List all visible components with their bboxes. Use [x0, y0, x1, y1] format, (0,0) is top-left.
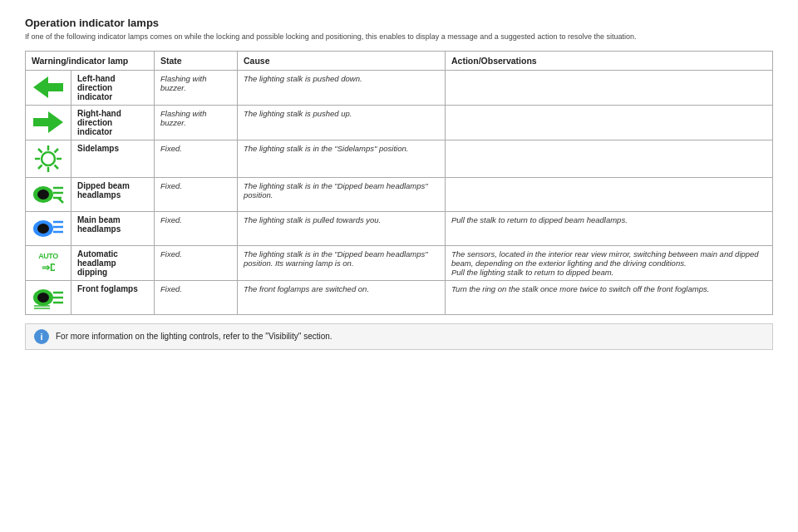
svg-line-7 [38, 149, 42, 153]
row-icon [26, 211, 71, 245]
page-subtitle: If one of the following indicator lamps … [25, 32, 773, 42]
indicator-table: Warning/indicator lamp State Cause Actio… [25, 51, 773, 315]
row-cause: The lighting stalk is in the "Dipped bea… [238, 245, 446, 280]
row-icon [26, 280, 71, 314]
row-cause: The lighting stalk is in the "Sidelamps"… [238, 140, 446, 177]
row-icon [26, 70, 71, 105]
table-row: SidelampsFixed.The lighting stalk is in … [26, 140, 773, 177]
svg-line-8 [55, 165, 59, 169]
table-row: Front foglampsFixed.The front foglamps a… [26, 280, 773, 314]
table-row: Dipped beam headlampsFixed.The lighting … [26, 177, 773, 211]
row-state: Fixed. [155, 177, 238, 211]
row-name: Sidelamps [71, 140, 155, 177]
svg-point-2 [42, 152, 55, 165]
footer-note: i For more information on the lighting c… [25, 323, 773, 350]
row-action: Turn the ring on the stalk once more twi… [446, 280, 773, 314]
svg-point-12 [37, 190, 49, 200]
row-cause: The lighting stalk is pushed down. [238, 70, 446, 105]
table-row: Left-hand direction indicatorFlashing wi… [26, 70, 773, 105]
row-cause: The lighting stalk is in the "Dipped bea… [238, 177, 446, 211]
table-row: Right-hand direction indicatorFlashing w… [26, 105, 773, 140]
svg-point-24 [37, 293, 49, 303]
row-action [446, 70, 773, 105]
row-name: Left-hand direction indicator [71, 70, 155, 105]
table-row: AUTO ⇒D Automatic headlamp dippingFixed.… [26, 245, 773, 280]
svg-line-10 [38, 165, 42, 169]
row-action: The sensors, located in the interior rea… [446, 245, 773, 280]
row-action [446, 177, 773, 211]
row-state: Fixed. [155, 280, 238, 314]
row-icon [26, 105, 71, 140]
svg-marker-0 [33, 76, 63, 98]
row-icon [26, 177, 71, 211]
col-header-action: Action/Observations [446, 51, 773, 70]
footer-text: For more information on the lighting con… [56, 332, 332, 341]
row-name: Dipped beam headlamps [71, 177, 155, 211]
row-icon: AUTO ⇒D [26, 245, 71, 280]
row-name: Main beam headlamps [71, 211, 155, 245]
row-icon [26, 140, 71, 177]
row-cause: The front foglamps are switched on. [238, 280, 446, 314]
row-name: Automatic headlamp dipping [71, 245, 155, 280]
svg-text:⇒D: ⇒D [42, 262, 55, 273]
row-state: Flashing with buzzer. [155, 105, 238, 140]
row-action [446, 105, 773, 140]
row-cause: The lighting stalk is pushed up. [238, 105, 446, 140]
col-header-state: State [155, 51, 238, 70]
row-action: Pull the stalk to return to dipped beam … [446, 211, 773, 245]
row-name: Front foglamps [71, 280, 155, 314]
row-state: Fixed. [155, 140, 238, 177]
info-icon: i [34, 329, 49, 344]
table-row: Main beam headlampsFixed.The lighting st… [26, 211, 773, 245]
row-state: Flashing with buzzer. [155, 70, 238, 105]
row-cause: The lighting stalk is pulled towards you… [238, 211, 446, 245]
row-state: Fixed. [155, 245, 238, 280]
row-name: Right-hand direction indicator [71, 105, 155, 140]
page-title: Operation indicator lamps [25, 17, 773, 29]
col-header-icon: Warning/indicator lamp [26, 51, 155, 70]
row-state: Fixed. [155, 211, 238, 245]
col-header-cause: Cause [238, 51, 446, 70]
svg-line-9 [55, 149, 59, 153]
row-action [446, 140, 773, 177]
svg-point-18 [37, 224, 49, 234]
svg-marker-1 [33, 111, 63, 133]
